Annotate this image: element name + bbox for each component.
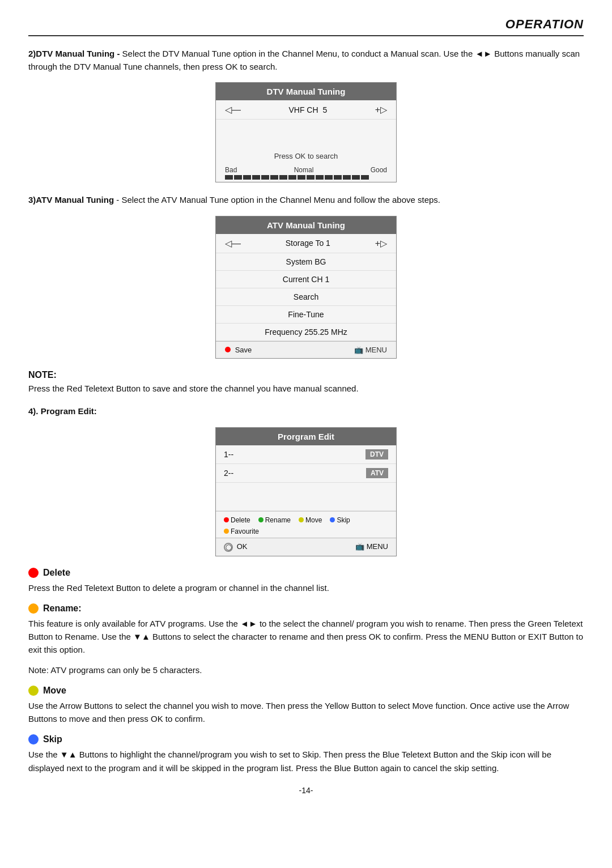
section2-text: 2)DTV Manual Tuning - Select the DTV Man… (28, 48, 584, 73)
move-text: Use the Arrow Buttons to select the chan… (28, 699, 584, 726)
sig-5 (261, 175, 269, 180)
pe-empty-rows (216, 483, 396, 511)
pe-dialog: Prorgram Edit 1-- DTV 2-- ATV Delete Ren… (215, 427, 397, 556)
signal-normal-label: Nomal (294, 166, 314, 174)
rename-heading: Rename: (28, 603, 584, 614)
pe-row1-label: 1-- (224, 450, 233, 459)
move-dot-icon (299, 517, 304, 522)
page-number: -14- (28, 786, 584, 795)
atv-system-label: System BG (286, 257, 326, 266)
signal-good-label: Good (371, 166, 387, 174)
sig-7 (279, 175, 287, 180)
delete-heading: Delete (28, 568, 584, 578)
dtv-dialog: DTV Manual Tuning ◁— VHF CH 5 +▷ Press O… (215, 82, 397, 182)
dtv-arrow-left[interactable]: ◁— (225, 104, 241, 115)
dtv-signal-bar (225, 175, 387, 180)
skip-dot-icon (330, 517, 335, 522)
move-dot-heading-icon (28, 686, 39, 696)
sig-12 (325, 175, 333, 180)
atv-menu-label: 📺 MENU (354, 346, 387, 354)
atv-dialog: ATV Manual Tuning ◁— Storage To 1 +▷ Sys… (215, 216, 397, 359)
atv-fine-tune-row: Fine-Tune (216, 306, 396, 324)
skip-text: Use the ▼▲ Buttons to highlight the chan… (28, 748, 584, 775)
atv-arrow-left[interactable]: ◁— (225, 238, 241, 249)
pe-dialog-wrapper: Prorgram Edit 1-- DTV 2-- ATV Delete Ren… (28, 427, 584, 556)
note-text: Press the Red Teletext Button to save an… (28, 382, 584, 395)
sig-3 (243, 175, 251, 180)
save-dot-icon (225, 347, 231, 352)
rename-dot-icon (258, 517, 264, 522)
pe-ok-label: ◯ OK (224, 542, 247, 552)
sig-10 (307, 175, 314, 180)
atv-current-ch-label: Current CH 1 (283, 275, 329, 284)
atv-arrow-right[interactable]: +▷ (375, 238, 387, 249)
page-header: OPERATION (28, 17, 584, 36)
sig-1 (225, 175, 233, 180)
atv-save-label: Save (225, 346, 252, 354)
dtv-channel-row: ◁— VHF CH 5 +▷ (216, 100, 396, 120)
atv-dialog-footer: Save 📺 MENU (216, 341, 396, 358)
signal-bad-label: Bad (225, 166, 237, 174)
dtv-signal-bar-row: Bad Nomal Good (216, 163, 396, 182)
move-heading-label: Move (43, 686, 66, 696)
sig-8 (288, 175, 296, 180)
ok-circle-icon: ◯ (224, 543, 233, 552)
rename-dot-heading-icon (28, 603, 39, 614)
skip-heading: Skip (28, 734, 584, 744)
sig-4 (252, 175, 260, 180)
sig-15 (352, 175, 360, 180)
section4-heading-text: 4). Program Edit: (28, 405, 584, 418)
pe-dialog-title: Prorgram Edit (216, 428, 396, 445)
section3-text: 3)ATV Manual Tuning - Select the ATV Man… (28, 194, 584, 207)
pe-ok-row: ◯ OK 📺 MENU (216, 538, 396, 556)
dtv-dialog-wrapper: DTV Manual Tuning ◁— VHF CH 5 +▷ Press O… (28, 82, 584, 182)
delete-dot-heading-icon (28, 568, 39, 578)
move-heading: Move (28, 686, 584, 696)
pe-rename-btn: Rename (258, 516, 291, 524)
pe-row2-label: 2-- (224, 469, 233, 478)
pe-row1-badge: DTV (366, 449, 388, 459)
sig-6 (270, 175, 278, 180)
rename-text: This feature is only available for ATV p… (28, 617, 584, 657)
sig-11 (316, 175, 324, 180)
pe-footer-actions: Delete Rename Move Skip Favourite (216, 511, 396, 538)
dtv-signal-labels: Bad Nomal Good (225, 166, 387, 174)
sig-13 (334, 175, 342, 180)
page-title: OPERATION (505, 17, 584, 31)
dtv-empty-rows (216, 120, 396, 148)
section3-heading: 3)ATV Manual Tuning (28, 195, 114, 205)
pe-move-btn: Move (299, 516, 322, 524)
pe-row-2: 2-- ATV (216, 464, 396, 483)
atv-storage-label: Storage To 1 (286, 239, 330, 248)
sig-2 (234, 175, 242, 180)
atv-search-row: Search (216, 288, 396, 306)
note-title: NOTE: (28, 370, 584, 380)
pe-menu-label: 📺 MENU (355, 542, 388, 552)
atv-frequency-label: Frequency 255.25 MHz (265, 327, 347, 337)
sig-14 (343, 175, 351, 180)
delete-heading-label: Delete (43, 568, 70, 578)
atv-fine-tune-label: Fine-Tune (288, 310, 324, 319)
skip-heading-label: Skip (43, 734, 62, 744)
atv-system-row: System BG (216, 253, 396, 271)
pe-row2-badge: ATV (366, 468, 388, 478)
section4-heading: 4). Program Edit: (28, 406, 97, 416)
sig-16 (361, 175, 369, 180)
atv-search-label: Search (294, 292, 318, 301)
pe-favourite-btn: Favourite (224, 527, 259, 535)
dtv-channel-label: VHF CH 5 (288, 105, 327, 114)
rename-heading-label: Rename: (43, 603, 82, 614)
skip-dot-heading-icon (28, 734, 39, 744)
dtv-dialog-title: DTV Manual Tuning (216, 83, 396, 100)
dtv-arrow-right[interactable]: +▷ (375, 104, 387, 115)
rename-note: Note: ATV programs can only be 5 charact… (28, 663, 584, 676)
delete-dot-icon (224, 517, 229, 522)
sig-9 (298, 175, 305, 180)
atv-frequency-row: Frequency 255.25 MHz (216, 324, 396, 341)
dtv-press-ok: Press OK to search (216, 148, 396, 163)
atv-current-ch-row: Current CH 1 (216, 271, 396, 288)
favourite-dot-icon (224, 529, 229, 534)
pe-row-1: 1-- DTV (216, 445, 396, 464)
atv-dialog-wrapper: ATV Manual Tuning ◁— Storage To 1 +▷ Sys… (28, 216, 584, 359)
atv-storage-row: ◁— Storage To 1 +▷ (216, 234, 396, 253)
